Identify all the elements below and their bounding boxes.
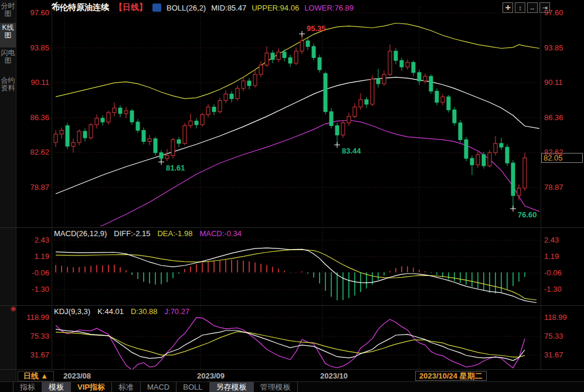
axis-tick-label: 82.62: [20, 148, 49, 156]
kdj-d-value: D:30.88: [131, 307, 158, 316]
axis-tick-label: 82.62: [544, 148, 563, 156]
axis-tick-label: -0.06: [20, 268, 49, 277]
period-tag: 【日线】: [114, 2, 147, 13]
boll-mid-value: MID:85.47: [211, 4, 246, 12]
axis-tick-label: -1.30: [544, 285, 562, 294]
chart-canvas[interactable]: [0, 0, 584, 392]
axis-tick-label: 93.85: [20, 43, 49, 52]
axis-tick-label: 118.99: [544, 313, 567, 322]
crosshair-move-icon[interactable]: ✚: [502, 2, 513, 13]
plot-right-edge: [541, 6, 541, 369]
plot-left-edge: [52, 6, 52, 369]
price-annotation: 95.35: [307, 24, 326, 33]
crosshair-date-badge: 2023/10/24 星期二: [415, 371, 487, 381]
macd-header: MACD(26,12,9) DIFF:-2.15 DEA:-1.98 MACD:…: [54, 229, 242, 238]
axis-tick-label: 86.36: [544, 113, 563, 122]
axis-tick-label: 90.11: [544, 78, 563, 87]
month-label: 2023/09: [197, 371, 225, 380]
sidebar-item-1[interactable]: K线图: [0, 23, 16, 47]
axis-tick-label: 90.11: [20, 78, 49, 87]
period-selector[interactable]: 日线 ▲: [18, 371, 54, 381]
axis-tick-label: 93.85: [544, 43, 563, 52]
axis-tick-label: 75.33: [20, 332, 49, 340]
axis-tick-label: -1.30: [20, 285, 49, 294]
macd-macd-value: MACD:-0.34: [199, 229, 242, 238]
axis-tick-label: 86.36: [20, 113, 49, 122]
toolbar-item-5[interactable]: BOLL: [176, 382, 209, 392]
boll-lower-value: LOWER:76.89: [304, 4, 354, 12]
axis-tick-label: 2.43: [20, 236, 49, 244]
y-axis-scale-icon[interactable]: ↕: [515, 2, 525, 13]
macd-diff-value: DIFF:-2.15: [114, 229, 150, 238]
toolbar-item-0[interactable]: 指标: [13, 382, 42, 392]
chart-header: 布伦特原油连续 【日线】 BOLL(26,2) MID:85.47 UPPER:…: [52, 2, 354, 13]
kline-chart-window: 分时图K线图闪电图合约资料 布伦特原油连续 【日线】 BOLL(26,2) MI…: [0, 0, 584, 392]
axis-tick-label: 1.19: [544, 252, 559, 261]
boll-chart-icon[interactable]: [152, 4, 161, 12]
panel-divider: [0, 227, 584, 228]
left-sidebar: 分时图K线图闪电图合约资料: [0, 0, 16, 381]
axis-tick-label: 97.60: [544, 8, 563, 17]
bottom-toolbar: 指标模板VIP指标标准MACDBOLL另存模板管理模板: [0, 382, 584, 392]
panel-divider: [0, 369, 584, 370]
toolbar-item-7[interactable]: 管理模板: [254, 382, 298, 392]
month-label: 2023/08: [63, 371, 91, 380]
axis-tick-label: 31.67: [544, 350, 563, 359]
axis-tick-label: 97.60: [20, 8, 49, 17]
toolbar-item-4[interactable]: MACD: [141, 382, 176, 392]
sidebar-item-2[interactable]: 闪电图: [0, 48, 16, 71]
x-axis-scale-icon[interactable]: ↔: [527, 2, 538, 13]
indicator-name: BOLL(26,2): [167, 4, 206, 12]
axis-tick-label: 118.99: [20, 313, 49, 322]
macd-params: MACD(26,12,9): [54, 229, 107, 238]
toolbar-item-6[interactable]: 另存模板: [210, 382, 254, 392]
price-annotation: 81.61: [166, 163, 185, 172]
price-annotation: 76.60: [518, 210, 537, 219]
boll-upper-value: UPPER:94.06: [252, 4, 299, 12]
kdj-j-value: J:70.27: [165, 307, 190, 316]
kdj-header: KDJ(9,3,3) K:44.01 D:30.88 J:70.27: [54, 307, 189, 316]
toolbar-item-1[interactable]: 模板: [42, 382, 71, 392]
kdj-params: KDJ(9,3,3): [54, 307, 90, 316]
symbol-title: 布伦特原油连续: [52, 2, 109, 13]
toolbar-item-2[interactable]: VIP指标: [71, 382, 112, 392]
month-label: 2023/10: [320, 371, 348, 380]
axis-tick-label: -0.06: [544, 268, 562, 277]
panel-divider: [0, 305, 584, 306]
axis-tick-label: 1.19: [20, 252, 49, 261]
axis-tick-label: 75.33: [544, 332, 563, 340]
macd-dea-value: DEA:-1.98: [157, 229, 192, 238]
toolbar-item-3[interactable]: 标准: [112, 382, 141, 392]
sidebar-item-3[interactable]: 合约资料: [0, 76, 16, 114]
sidebar-item-0[interactable]: 分时图: [0, 1, 16, 23]
price-annotation: 83.44: [342, 146, 361, 155]
axis-tick-label: 78.87: [544, 183, 563, 192]
kdj-k-value: K:44.01: [97, 307, 124, 316]
axis-tick-label: 2.43: [544, 236, 559, 244]
axis-tick-label: 31.67: [20, 350, 49, 359]
axis-tick-label: 78.87: [20, 183, 49, 192]
